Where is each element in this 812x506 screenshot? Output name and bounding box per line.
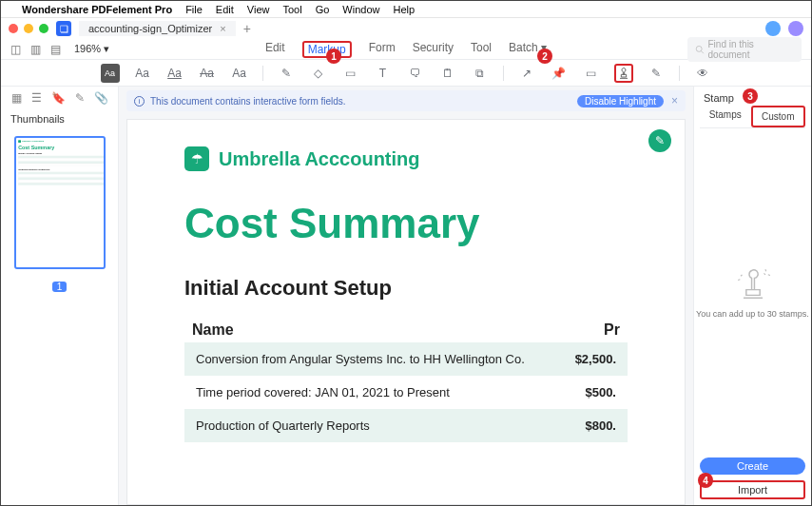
stamp-icon bbox=[616, 66, 631, 81]
table-row: Production of Quarterly Reports $800. bbox=[184, 409, 628, 442]
mode-form[interactable]: Form bbox=[369, 41, 396, 58]
markup-toolbar: Aa Aa Aa Aa Aa ✎ ◇ ▭ T 🗨 🗒 ⧉ ↗ 📌 ▭ ✎ 👁 bbox=[1, 60, 811, 87]
callout-1: 1 bbox=[326, 49, 341, 64]
account-avatar-icon[interactable] bbox=[788, 21, 803, 36]
search-placeholder: Find in this document bbox=[708, 39, 794, 60]
menu-help[interactable]: Help bbox=[393, 4, 415, 15]
text-color-icon[interactable]: Aa bbox=[133, 64, 152, 83]
stamp-empty-text: You can add up to 30 stamps. bbox=[696, 309, 809, 321]
callout-2: 2 bbox=[537, 49, 552, 64]
squiggly-icon[interactable]: Aa bbox=[230, 64, 249, 83]
menu-window[interactable]: Window bbox=[342, 4, 379, 15]
zoom-dropdown[interactable]: 196% ▾ bbox=[74, 43, 109, 55]
company-name: Umbrella Acccounting bbox=[219, 148, 420, 170]
tab-custom[interactable]: Custom bbox=[751, 106, 806, 127]
svg-point-0 bbox=[696, 46, 702, 51]
thumbnails-tab-icon[interactable]: ▦ bbox=[11, 91, 22, 105]
pencil-icon[interactable]: ✎ bbox=[277, 64, 296, 83]
page-layout-icon[interactable]: ▤ bbox=[50, 43, 61, 56]
import-stamp-button[interactable]: Import bbox=[700, 480, 805, 499]
cell-name: Production of Quarterly Reports bbox=[196, 418, 540, 433]
menu-tool[interactable]: Tool bbox=[282, 4, 301, 15]
document-title: Cost Summary bbox=[184, 200, 628, 247]
window-close-icon[interactable] bbox=[9, 24, 18, 33]
cloud-sync-icon[interactable] bbox=[765, 21, 781, 36]
stamp-empty-icon bbox=[731, 260, 775, 303]
document-viewport: i This document contains interactive for… bbox=[119, 87, 693, 505]
panel-toggle-icon[interactable]: ▥ bbox=[30, 43, 41, 56]
window-zoom-icon[interactable] bbox=[39, 24, 48, 33]
sidebar-toggle-icon[interactable]: ◫ bbox=[10, 43, 21, 56]
app-name[interactable]: Wondershare PDFelement Pro bbox=[22, 4, 172, 15]
callout-icon[interactable]: 🗨 bbox=[406, 64, 425, 83]
window-controls bbox=[9, 24, 48, 33]
cell-price: $800. bbox=[540, 418, 616, 433]
window-minimize-icon[interactable] bbox=[24, 24, 33, 33]
search-icon bbox=[695, 45, 705, 54]
stamp-tabs: Stamps Custom bbox=[700, 106, 805, 128]
svg-line-1 bbox=[702, 50, 704, 52]
mac-menubar: Wondershare PDFelement Pro File Edit Vie… bbox=[1, 1, 811, 18]
umbrella-logo-icon: ☂ bbox=[184, 146, 209, 171]
callout-4: 4 bbox=[698, 473, 713, 488]
app-logo-icon: ❏ bbox=[56, 21, 71, 36]
cell-price: $2,500. bbox=[540, 352, 616, 366]
create-stamp-button[interactable]: Create bbox=[700, 457, 805, 475]
main-area: ▦ ☰ 🔖 ✎ 📎 Thumbnails Umbrella Acccountin… bbox=[1, 87, 811, 505]
link-icon[interactable]: ⧉ bbox=[471, 64, 490, 83]
attachments-tab-icon[interactable]: 📎 bbox=[94, 91, 108, 105]
menu-edit[interactable]: Edit bbox=[216, 4, 234, 15]
search-input[interactable]: Find in this document bbox=[687, 37, 802, 62]
stamp-tool-button[interactable] bbox=[614, 64, 633, 83]
pdf-page[interactable]: ✎ ☂ Umbrella Acccounting Cost Summary In… bbox=[126, 119, 686, 505]
col-price-header: Pr bbox=[544, 321, 620, 339]
textbox-icon[interactable]: T bbox=[374, 64, 393, 83]
new-tab-button[interactable]: + bbox=[243, 21, 251, 36]
arrow-icon[interactable]: ↗ bbox=[517, 64, 536, 83]
page-number-badge: 1 bbox=[52, 282, 68, 292]
thumbnails-label: Thumbnails bbox=[1, 109, 118, 128]
table-row: Time period covered: JAN 01, 2021 to Pre… bbox=[184, 376, 628, 409]
toolbar-separator bbox=[679, 66, 680, 81]
area-highlight-icon[interactable]: ▭ bbox=[582, 64, 601, 83]
underline-icon[interactable]: Aa bbox=[165, 64, 184, 83]
disable-highlight-button[interactable]: Disable Highlight bbox=[577, 95, 664, 107]
table-row: Conversion from Angular Systems Inc. to … bbox=[184, 342, 628, 376]
signature-icon[interactable]: ✎ bbox=[647, 64, 666, 83]
mode-tabs: Edit Markup Form Security Tool Batch ▾ bbox=[265, 41, 547, 58]
hide-annotations-icon[interactable]: 👁 bbox=[693, 64, 712, 83]
bookmarks-tab-icon[interactable]: ☰ bbox=[31, 91, 42, 105]
menu-file[interactable]: File bbox=[185, 4, 203, 15]
stamp-empty-state: You can add up to 30 stamps. bbox=[694, 128, 811, 452]
cost-table: Name Pr Conversion from Angular Systems … bbox=[184, 318, 628, 442]
mode-security[interactable]: Security bbox=[413, 41, 454, 58]
menu-go[interactable]: Go bbox=[316, 4, 330, 15]
form-banner-text: This document contains interactive form … bbox=[150, 96, 346, 107]
tab-close-icon[interactable]: × bbox=[220, 23, 225, 34]
annotations-tab-icon[interactable]: ✎ bbox=[75, 91, 85, 105]
mode-edit[interactable]: Edit bbox=[265, 41, 285, 58]
menu-view[interactable]: View bbox=[247, 4, 270, 15]
left-panel-tabs: ▦ ☰ 🔖 ✎ 📎 bbox=[1, 87, 118, 109]
eraser-icon[interactable]: ◇ bbox=[309, 64, 328, 83]
cell-name: Time period covered: JAN 01, 2021 to Pre… bbox=[196, 385, 540, 399]
form-fields-banner: i This document contains interactive for… bbox=[126, 90, 686, 111]
mode-tool[interactable]: Tool bbox=[471, 41, 492, 58]
page-thumbnail-1[interactable]: Umbrella Acccounting Cost Summary Initia… bbox=[14, 136, 106, 269]
section-heading: Initial Account Setup bbox=[184, 276, 628, 301]
shape-icon[interactable]: ▭ bbox=[341, 64, 360, 83]
company-brand: ☂ Umbrella Acccounting bbox=[184, 146, 628, 171]
secondary-toolbar: ◫ ▥ ▤ 196% ▾ Edit Markup Form Security T… bbox=[1, 39, 811, 60]
pin-icon[interactable]: 📌 bbox=[550, 64, 569, 83]
toolbar-separator bbox=[503, 66, 504, 81]
text-highlight-icon[interactable]: Aa bbox=[101, 64, 120, 83]
banner-close-icon[interactable]: × bbox=[671, 94, 678, 107]
tab-stamps[interactable]: Stamps bbox=[700, 106, 751, 127]
document-tab[interactable]: accounting-sign_Optimizer × bbox=[79, 21, 236, 36]
thumbnails-panel: ▦ ☰ 🔖 ✎ 📎 Thumbnails Umbrella Acccountin… bbox=[1, 87, 119, 505]
cell-name: Conversion from Angular Systems Inc. to … bbox=[196, 352, 540, 366]
comment-fab-icon[interactable]: ✎ bbox=[648, 129, 671, 152]
note-icon[interactable]: 🗒 bbox=[438, 64, 457, 83]
strikethrough-icon[interactable]: Aa bbox=[198, 64, 217, 83]
bookmark-icon[interactable]: 🔖 bbox=[51, 91, 66, 105]
